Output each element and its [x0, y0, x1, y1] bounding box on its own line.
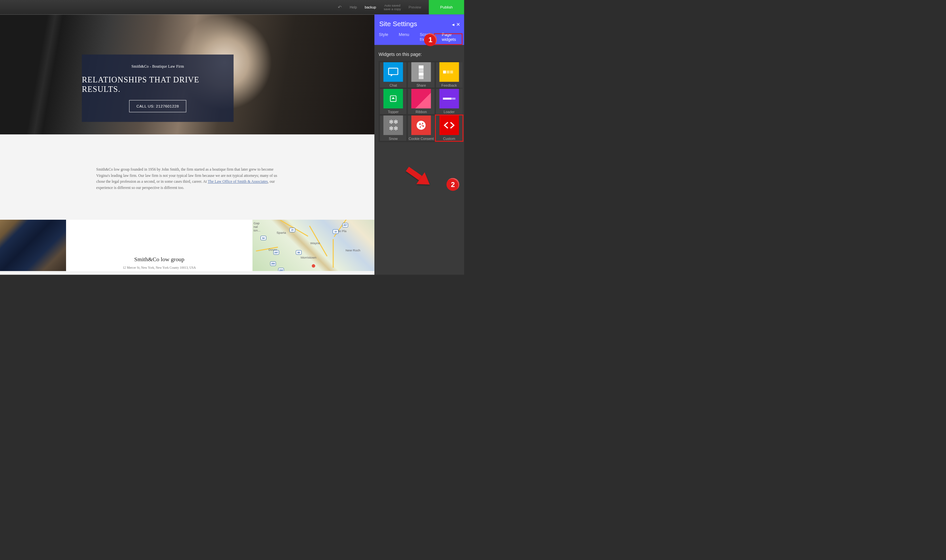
tab-menu[interactable]: Menu: [398, 29, 411, 45]
hero-subtitle[interactable]: Smith&Co - Boutique Law Firm: [131, 64, 184, 68]
svg-rect-1: [419, 65, 424, 69]
svg-rect-0: [388, 68, 398, 75]
widget-label: Custom: [443, 137, 455, 141]
svg-rect-5: [443, 71, 446, 74]
undo-icon[interactable]: ↶: [338, 5, 341, 10]
widget-label: Cookie Consent: [409, 137, 434, 141]
route-shield: 287: [273, 250, 279, 255]
route-shield: 280: [270, 261, 276, 266]
settings-title: Site Settings: [379, 20, 460, 28]
hero-title[interactable]: RELATIONSHIPS THAT DRIVE RESULTS.: [82, 75, 234, 94]
contact-title[interactable]: Smith&Co low group: [134, 255, 185, 263]
editor-canvas[interactable]: Smith&Co - Boutique Law Firm RELATIONSHI…: [0, 14, 374, 275]
collapse-icon[interactable]: ◂: [452, 22, 454, 28]
widget-label: Share: [417, 83, 426, 88]
route-shield: 80: [296, 250, 302, 255]
widget-topper[interactable]: Topper: [380, 89, 407, 114]
widget-snow[interactable]: ❄❄❄❄ Snow: [380, 115, 407, 141]
svg-point-11: [417, 121, 425, 129]
map-label: Wayne: [310, 241, 320, 245]
widget-chat[interactable]: Chat: [380, 62, 407, 88]
widget-share[interactable]: Share: [408, 62, 435, 88]
about-paragraph[interactable]: Smith&Co low group founded in 1956 by Jo…: [96, 166, 278, 191]
widgets-heading: Widgets on this page:: [378, 52, 460, 57]
route-shield: 15: [289, 228, 295, 232]
svg-point-14: [423, 125, 424, 127]
route-shield: 94: [261, 236, 266, 240]
tab-style[interactable]: Style: [378, 29, 389, 45]
widget-label: Ribbon: [415, 110, 427, 114]
widget-custom[interactable]: Custom: [436, 115, 463, 141]
contact-block[interactable]: Smith&Co low group 12 Mercer St, New Yor…: [66, 220, 252, 271]
bottom-row: Smith&Co low group 12 Mercer St, New Yor…: [0, 220, 374, 271]
annotation-arrow: [403, 163, 435, 192]
widget-cookie-consent[interactable]: Cookie Consent: [408, 115, 435, 141]
custom-code-icon: [440, 115, 459, 135]
widget-label: Topper: [388, 110, 398, 114]
svg-point-13: [422, 123, 423, 124]
svg-rect-4: [419, 76, 424, 80]
widget-loader[interactable]: Loader: [436, 89, 463, 114]
svg-rect-9: [443, 98, 451, 100]
widget-grid: Chat Share Feedback: [378, 61, 460, 142]
help-link[interactable]: Help: [349, 5, 357, 9]
backup-link[interactable]: backup: [365, 5, 376, 9]
map-label-partial: Gap nal ion...: [254, 221, 260, 232]
topper-icon: [383, 89, 403, 109]
share-icon: [411, 62, 431, 82]
annotation-badge-2: 2: [446, 178, 459, 191]
settings-tabs: Style Menu Scroll f/x Page widgets: [374, 29, 464, 45]
svg-rect-7: [450, 71, 453, 74]
autosaved-line2: save a copy: [384, 7, 401, 11]
settings-body: Widgets on this page: Chat Share: [374, 45, 464, 149]
widget-ribbon[interactable]: Ribbon: [408, 89, 435, 114]
widget-label: Feedback: [441, 83, 457, 88]
route-shield: 287: [342, 223, 348, 228]
annotation-badge-1: 1: [424, 33, 437, 46]
widget-label: Snow: [389, 137, 398, 141]
settings-controls: ◂ ✕: [452, 22, 460, 28]
chat-icon: [383, 62, 403, 82]
svg-point-12: [419, 123, 421, 125]
topbar: ↶ Help backup Auto saved save a copy Pre…: [0, 0, 464, 14]
map-route: [333, 239, 334, 268]
svg-point-16: [421, 125, 423, 126]
autosaved-line1: Auto saved: [384, 3, 401, 7]
widget-feedback[interactable]: Feedback: [436, 62, 463, 88]
cookie-icon: [411, 115, 431, 135]
map-widget[interactable]: Sparta Dover Wayne Morristown White Pla …: [252, 220, 374, 271]
tab-page-widgets[interactable]: Page widgets: [440, 29, 461, 45]
ribbon-icon: [411, 89, 431, 109]
map-label: New Roch: [346, 248, 360, 252]
about-section[interactable]: Smith&Co low group founded in 1956 by Jo…: [0, 134, 374, 220]
svg-point-15: [420, 126, 421, 128]
contact-address[interactable]: 12 Mercer St, New York, New York County …: [123, 266, 196, 269]
about-link[interactable]: The Law Office of Smith & Associates: [208, 180, 268, 184]
map-label: Morristown: [300, 255, 316, 259]
hero-overlay[interactable]: Smith&Co - Boutique Law Firm RELATIONSHI…: [82, 55, 234, 122]
route-shield: 10: [333, 229, 339, 234]
svg-rect-3: [419, 72, 424, 76]
publish-button[interactable]: Publish: [429, 0, 464, 14]
widget-label: Chat: [389, 83, 397, 88]
preview-link[interactable]: Preview: [408, 5, 421, 9]
hero-section[interactable]: Smith&Co - Boutique Law Firm RELATIONSHI…: [0, 14, 374, 134]
svg-rect-10: [452, 98, 455, 100]
route-shield: 206: [278, 268, 284, 271]
settings-panel: Site Settings ◂ ✕ Style Menu Scroll f/x …: [374, 14, 464, 275]
office-photo[interactable]: [0, 220, 66, 271]
feedback-icon: [440, 62, 459, 82]
svg-rect-6: [447, 71, 450, 74]
settings-header: Site Settings ◂ ✕ Style Menu Scroll f/x …: [374, 14, 464, 45]
map-label: Sparta: [277, 231, 286, 234]
close-icon[interactable]: ✕: [456, 22, 460, 28]
svg-rect-2: [419, 69, 424, 72]
loader-icon: [440, 89, 459, 109]
autosaved-status[interactable]: Auto saved save a copy: [384, 3, 401, 11]
map-route: [334, 220, 351, 237]
hero-cta-button[interactable]: CALL US: 2127601228: [129, 100, 186, 112]
snow-icon: ❄❄❄❄: [383, 115, 403, 135]
widget-label: Loader: [444, 110, 455, 114]
